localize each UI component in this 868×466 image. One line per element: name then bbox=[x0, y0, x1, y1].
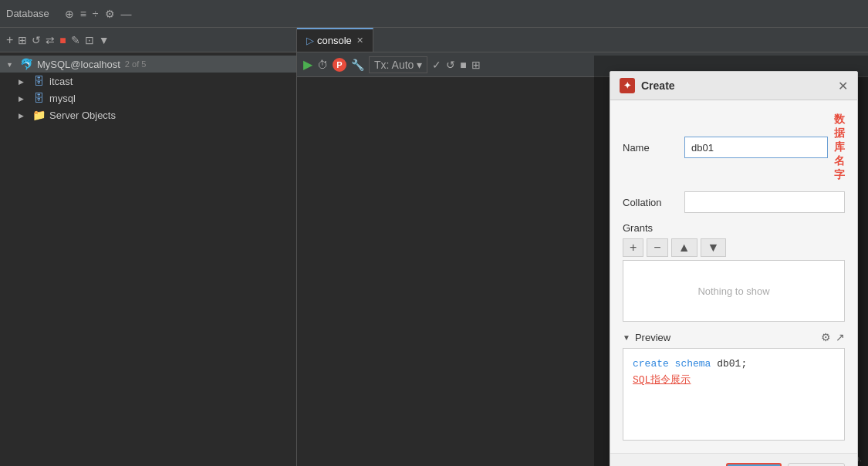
minimize-icon[interactable]: — bbox=[121, 8, 132, 20]
cancel-button[interactable]: Cancel bbox=[788, 463, 845, 466]
dialog-header-left: ✦ Create bbox=[620, 78, 675, 93]
top-bar: Database ⊕ ≡ ÷ ⚙ — bbox=[0, 0, 868, 28]
tab-close-button[interactable]: ✕ bbox=[356, 35, 363, 46]
dialog-header: ✦ Create ✕ bbox=[610, 72, 857, 100]
tx-dropdown[interactable]: Tx: Auto ▾ bbox=[369, 56, 427, 73]
stop-icon[interactable]: ■ bbox=[59, 34, 66, 46]
tree-arrow-server-objects[interactable] bbox=[19, 111, 31, 120]
tree-root-item[interactable]: 🐬 MySQL@localhost 2 of 5 bbox=[0, 56, 296, 73]
preview-settings-icon[interactable]: ⚙ bbox=[821, 331, 831, 343]
db-icon-itcast: 🗄 bbox=[31, 75, 46, 87]
folder-icon: 📁 bbox=[31, 109, 46, 121]
grid-button[interactable]: ⊞ bbox=[471, 59, 481, 71]
label-mysql: mysql bbox=[49, 93, 76, 104]
root-badge: 2 of 5 bbox=[125, 59, 147, 69]
dialog-icon-label: ✦ bbox=[623, 80, 631, 91]
name-input[interactable] bbox=[684, 137, 828, 158]
grants-add-button[interactable]: + bbox=[623, 238, 643, 257]
grants-label: Grants bbox=[623, 222, 845, 234]
tab-console-label: console bbox=[317, 35, 352, 46]
dialog-app-icon: ✦ bbox=[620, 78, 635, 93]
create-dialog: ✦ Create ✕ Name 数据库名字 bbox=[610, 71, 858, 466]
dialog-title: Create bbox=[641, 79, 675, 92]
collation-row: Collation bbox=[623, 191, 845, 213]
grants-section: Grants + − ▲ ▼ Nothing to show bbox=[623, 222, 845, 322]
preview-title-row: ▼ Preview bbox=[623, 332, 670, 343]
collation-label: Collation bbox=[623, 197, 684, 208]
preview-icons: ⚙ ↗ bbox=[821, 331, 845, 343]
globe-icon[interactable]: ⊕ bbox=[65, 8, 74, 20]
mysql-icon: 🐬 bbox=[19, 58, 34, 70]
preview-code-block: create schema db01; SQL指令展示 bbox=[623, 348, 845, 441]
grants-remove-button[interactable]: − bbox=[647, 238, 667, 257]
preview-collapse-arrow[interactable]: ▼ bbox=[623, 333, 630, 342]
grants-down-button[interactable]: ▼ bbox=[701, 238, 727, 257]
filter-icon[interactable]: ▼ bbox=[99, 34, 110, 46]
grants-empty-label: Nothing to show bbox=[697, 285, 769, 297]
code-line1: create schema db01; bbox=[633, 358, 747, 370]
tree-arrow-itcast[interactable] bbox=[19, 77, 31, 86]
history-button[interactable]: ⏱ bbox=[317, 59, 328, 71]
add-icon[interactable]: + bbox=[6, 33, 13, 47]
copy-icon[interactable]: ⊞ bbox=[18, 34, 27, 46]
tx-chevron: ▾ bbox=[417, 59, 422, 71]
name-annotation: 数据库名字 bbox=[834, 113, 845, 182]
settings-icon[interactable]: ⚙ bbox=[105, 8, 115, 20]
tab-bar: ▷ console ✕ bbox=[297, 28, 868, 52]
edit-icon[interactable]: ✎ bbox=[71, 34, 80, 46]
console-icon: ▷ bbox=[306, 35, 314, 46]
dialog-body: Name 数据库名字 Collation Grants bbox=[610, 100, 857, 453]
editor-panel: ▷ console ✕ ▶ ⏱ P 🔧 Tx: Auto ▾ ✓ ↺ ■ ⊞ bbox=[297, 28, 868, 466]
tree-item-itcast[interactable]: 🗄 itcast bbox=[0, 73, 296, 89]
dialog-footer: OK Cancel bbox=[610, 453, 857, 466]
label-server-objects: Server Objects bbox=[49, 110, 116, 121]
grants-up-button[interactable]: ▲ bbox=[671, 238, 697, 257]
tree-arrow-mysql[interactable] bbox=[19, 94, 31, 103]
preview-export-icon[interactable]: ↗ bbox=[836, 331, 845, 343]
name-row: Name 数据库名字 bbox=[623, 113, 845, 182]
dialog-close-button[interactable]: ✕ bbox=[838, 79, 848, 93]
run-button[interactable]: ▶ bbox=[303, 57, 312, 72]
tx-label: Tx: Auto bbox=[374, 59, 414, 71]
grants-toolbar: + − ▲ ▼ bbox=[623, 238, 845, 257]
split-icon[interactable]: ÷ bbox=[93, 8, 99, 20]
preview-header: ▼ Preview ⚙ ↗ bbox=[623, 331, 845, 343]
label-itcast: itcast bbox=[49, 76, 73, 87]
ok-button[interactable]: OK bbox=[726, 463, 782, 466]
database-panel: + ⊞ ↺ ⇄ ■ ✎ ⊡ ▼ 🐬 MySQL@localhost 2 of 5 bbox=[0, 28, 297, 466]
tree-item-server-objects[interactable]: 📁 Server Objects bbox=[0, 106, 296, 123]
tree-item-mysql[interactable]: 🗄 mysql bbox=[0, 89, 296, 106]
dialog-overlay: ✦ Create ✕ Name 数据库名字 bbox=[594, 56, 868, 466]
align-icon[interactable]: ≡ bbox=[80, 8, 86, 20]
root-label: MySQL@localhost bbox=[37, 59, 120, 70]
rollback-button[interactable]: ↺ bbox=[446, 59, 455, 71]
preview-title: Preview bbox=[635, 332, 670, 343]
params-button[interactable]: P bbox=[333, 58, 346, 72]
code-schema-name: db01; bbox=[717, 358, 747, 370]
tab-console[interactable]: ▷ console ✕ bbox=[297, 28, 373, 52]
commit-button[interactable]: ✓ bbox=[432, 59, 441, 71]
db-icon-mysql: 🗄 bbox=[31, 92, 46, 104]
cancel-button[interactable]: ■ bbox=[460, 59, 466, 71]
name-label: Name bbox=[623, 142, 684, 154]
grants-table: Nothing to show bbox=[623, 260, 845, 322]
sync-icon[interactable]: ⇄ bbox=[46, 34, 55, 46]
database-tree: 🐬 MySQL@localhost 2 of 5 🗄 itcast 🗄 mysq… bbox=[0, 52, 296, 466]
collation-input[interactable] bbox=[684, 191, 845, 213]
refresh-icon[interactable]: ↺ bbox=[32, 34, 41, 46]
diff-icon[interactable]: ⊡ bbox=[85, 34, 94, 46]
tree-expand-arrow[interactable] bbox=[6, 60, 19, 69]
left-toolbar: + ⊞ ↺ ⇄ ■ ✎ ⊡ ▼ bbox=[0, 28, 296, 52]
code-annotation: SQL指令展示 bbox=[633, 373, 835, 387]
preview-section: ▼ Preview ⚙ ↗ create schema db bbox=[623, 331, 845, 441]
tools-button[interactable]: 🔧 bbox=[351, 59, 364, 71]
app-title: Database bbox=[6, 8, 49, 19]
code-keyword-create: create schema bbox=[633, 358, 717, 370]
